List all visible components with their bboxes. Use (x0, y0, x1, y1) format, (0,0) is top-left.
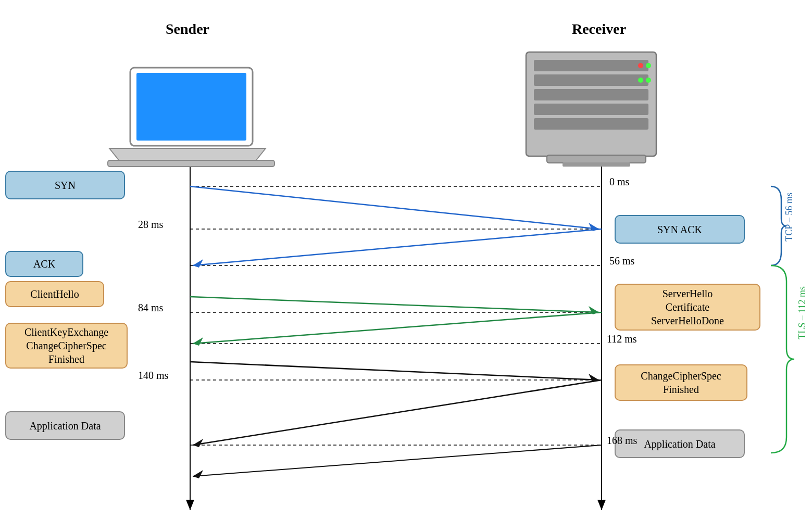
svg-rect-28 (108, 160, 274, 167)
svg-line-15 (190, 297, 599, 312)
syn-ack-box: SYN ACK (615, 215, 745, 244)
svg-line-17 (193, 312, 602, 344)
svg-line-21 (193, 380, 602, 445)
change-cipher-right-box: ChangeCipherSpecFinished (615, 364, 747, 401)
svg-rect-25 (130, 68, 253, 146)
svg-rect-40 (563, 162, 630, 167)
svg-rect-26 (136, 73, 246, 141)
time-112ms: 112 ms (607, 333, 637, 345)
svg-point-36 (646, 63, 651, 68)
svg-marker-24 (193, 470, 203, 478)
svg-rect-31 (534, 74, 648, 86)
diagram-container: Sender Receiver SYN ACK ClientHello Clie… (0, 0, 812, 532)
syn-box: SYN (5, 171, 125, 199)
time-56ms: 56 ms (609, 255, 634, 267)
svg-rect-34 (534, 118, 648, 130)
time-84ms: 84 ms (138, 302, 163, 314)
svg-line-13 (193, 229, 602, 265)
svg-point-38 (646, 78, 651, 83)
time-140ms: 140 ms (138, 370, 168, 382)
ack-box: ACK (5, 251, 83, 277)
tcp-bracket-label: TCP – 56 ms (784, 193, 795, 242)
svg-line-11 (190, 186, 599, 229)
server-hello-box: ServerHelloCertificateServerHelloDone (615, 284, 760, 331)
svg-rect-32 (534, 89, 648, 100)
svg-rect-30 (534, 60, 648, 71)
svg-marker-20 (589, 374, 599, 382)
svg-line-19 (190, 362, 599, 380)
svg-marker-14 (193, 259, 203, 268)
svg-point-37 (638, 78, 643, 83)
time-28ms: 28 ms (138, 219, 163, 231)
time-168ms: 168 ms (607, 435, 637, 447)
app-data-left-box: Application Data (5, 411, 125, 440)
svg-rect-29 (526, 52, 656, 156)
svg-marker-22 (193, 439, 203, 447)
client-hello-box: ClientHello (5, 281, 104, 307)
svg-rect-39 (547, 155, 646, 163)
svg-line-23 (193, 445, 602, 476)
svg-point-35 (638, 63, 643, 68)
svg-marker-2 (186, 500, 194, 510)
svg-marker-18 (193, 337, 203, 346)
svg-marker-12 (589, 223, 599, 231)
client-key-exchange-box: ClientKeyExchangeChangeCipherSpecFinishe… (5, 323, 128, 369)
svg-rect-33 (534, 104, 648, 115)
tls-bracket-label: TLS – 112 ms (797, 286, 808, 339)
time-0ms: 0 ms (609, 176, 629, 188)
sender-label: Sender (146, 21, 229, 37)
svg-marker-3 (597, 500, 606, 510)
receiver-label: Receiver (547, 21, 651, 37)
svg-marker-16 (589, 306, 599, 314)
svg-marker-27 (109, 148, 266, 161)
